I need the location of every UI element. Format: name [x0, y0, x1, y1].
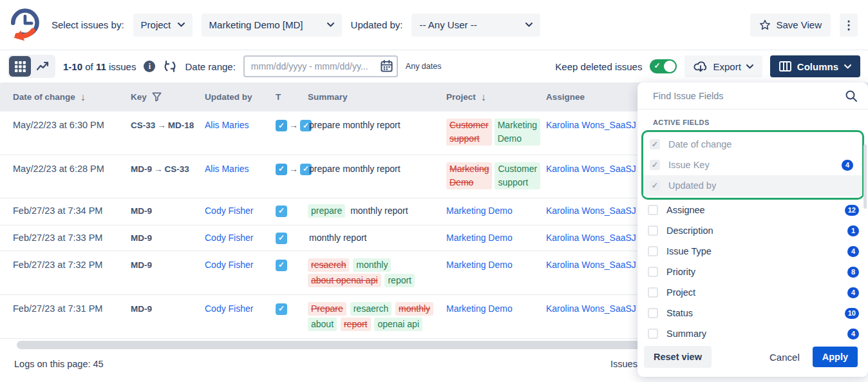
columns-panel: ACTIVE FIELDS ✓Date of change✓Issue Key4… — [637, 82, 868, 377]
columns-button[interactable]: Columns — [770, 55, 860, 77]
column-header-type[interactable]: T — [270, 82, 303, 111]
more-options-kebab-icon[interactable]: ⋮ — [840, 14, 858, 37]
field-item-assignee[interactable]: Assignee12 — [637, 200, 868, 220]
field-item-date-of-change[interactable]: ✓Date of change — [643, 134, 862, 155]
count-issues: issues — [109, 61, 137, 72]
assignee-link[interactable]: Karolina Wons_SaaSJ — [546, 303, 636, 314]
checked-checkbox-icon[interactable]: ✓ — [650, 160, 660, 170]
issue-type-cell: ✓ — [270, 251, 303, 294]
chart-view-button[interactable] — [32, 56, 54, 77]
issue-key-cell: MD-9 — [126, 225, 200, 251]
select-issues-by-label: Select issues by: — [52, 19, 124, 30]
field-item-issue-key[interactable]: ✓Issue Key4 — [643, 155, 862, 175]
chevron-down-icon — [178, 23, 185, 27]
updated-by-value: -- Any User -- — [419, 19, 476, 30]
app-window: Select issues by: Project Marketing Demo… — [0, 0, 868, 382]
column-header-summary[interactable]: Summary — [303, 82, 441, 111]
chevron-down-icon — [746, 64, 753, 69]
unchecked-checkbox[interactable] — [648, 267, 658, 277]
updated-by-cell: Cody Fisher — [200, 198, 270, 225]
apply-button[interactable]: Apply — [813, 347, 858, 367]
search-icon — [845, 90, 858, 102]
field-label: Date of change — [668, 139, 853, 149]
user-link[interactable]: Alis Maries — [205, 120, 249, 130]
project-link[interactable]: Marketing Demo — [446, 303, 513, 314]
assignee-link[interactable]: Karolina Wons_SaaSJ — [546, 233, 636, 243]
field-item-description[interactable]: Description1 — [637, 220, 868, 241]
field-label: Description — [666, 225, 839, 236]
unchecked-checkbox[interactable] — [648, 308, 658, 318]
unchecked-checkbox[interactable] — [648, 287, 658, 298]
field-count-badge: 4 — [847, 329, 859, 339]
keep-deleted-toggle[interactable]: ✓ — [650, 59, 677, 73]
grid-view-button[interactable] — [9, 56, 31, 77]
save-view-button[interactable]: Save View — [750, 14, 831, 37]
task-type-icon: ✓ — [276, 303, 287, 315]
info-icon[interactable]: i — [144, 61, 155, 72]
unchecked-checkbox[interactable] — [648, 205, 658, 215]
assignee-link[interactable]: Karolina Wons_SaaSJ — [546, 120, 636, 130]
reset-view-button[interactable]: Reset view — [644, 346, 712, 368]
app-logo-icon — [6, 6, 42, 44]
project-dropdown[interactable]: Marketing Demo [MD] — [202, 14, 342, 37]
date-of-change-cell: May/22/23 at 6:28 PM — [0, 155, 126, 198]
field-item-priority[interactable]: Priority8 — [637, 262, 868, 282]
added-value-chip: prepare — [308, 204, 345, 218]
assignee-link[interactable]: Karolina Wons_SaaSJ — [546, 260, 636, 270]
field-item-issue-type[interactable]: Issue Type4 — [637, 241, 868, 262]
project-link[interactable]: Marketing Demo — [446, 233, 513, 243]
export-label: Export — [713, 61, 741, 72]
issue-type-cell: ✓ — [270, 294, 303, 338]
sort-desc-icon[interactable]: ↓ — [80, 91, 86, 103]
checked-checkbox-icon[interactable]: ✓ — [650, 139, 660, 149]
field-item-status[interactable]: Status10 — [637, 303, 868, 323]
find-issue-fields-input[interactable] — [653, 91, 840, 101]
project-link[interactable]: Marketing Demo — [446, 205, 513, 216]
column-header-key[interactable]: Key — [126, 82, 200, 111]
column-header-project[interactable]: Project↓ — [441, 82, 541, 111]
field-label: Issue Key — [668, 160, 833, 170]
field-item-project[interactable]: Project4 — [637, 282, 868, 303]
task-type-icon: ✓ — [276, 205, 287, 217]
added-value-chip: resaerch — [350, 302, 392, 316]
filter-funnel-icon[interactable] — [152, 92, 162, 102]
checked-checkbox-icon[interactable]: ✓ — [650, 180, 660, 191]
date-range-input[interactable] — [243, 55, 398, 77]
sort-desc-icon[interactable]: ↓ — [481, 91, 486, 103]
chevron-down-icon — [844, 64, 851, 69]
issue-type-cell: ✓ — [270, 225, 303, 251]
issue-key-cell: MD-9 — [126, 294, 200, 338]
toggle-check-icon: ✓ — [654, 61, 660, 70]
project-link[interactable]: Marketing Demo — [446, 260, 513, 270]
filter-type-dropdown[interactable]: Project — [133, 14, 193, 37]
panel-footer: Reset view Cancel Apply — [637, 339, 868, 377]
unchecked-checkbox[interactable] — [648, 329, 658, 339]
updated-by-dropdown[interactable]: -- Any User -- — [411, 14, 540, 37]
keep-deleted-label: Keep deleted issues — [555, 61, 642, 72]
summary-cell: prepare monthly report — [303, 155, 441, 198]
calendar-icon[interactable] — [381, 60, 393, 72]
column-header-date-of-change[interactable]: Date of change↓ — [0, 82, 126, 111]
field-item-summary[interactable]: Summary4 — [637, 323, 868, 339]
field-item-updated-by[interactable]: ✓Updated by — [643, 175, 862, 196]
user-link[interactable]: Cody Fisher — [205, 205, 253, 216]
user-link[interactable]: Alis Maries — [205, 164, 249, 174]
refresh-button[interactable] — [163, 59, 177, 73]
user-link[interactable]: Cody Fisher — [205, 303, 253, 314]
panel-scrollbar[interactable] — [863, 144, 867, 209]
user-link[interactable]: Cody Fisher — [205, 260, 253, 270]
unchecked-checkbox[interactable] — [648, 225, 658, 236]
cancel-button[interactable]: Cancel — [769, 352, 800, 363]
user-link[interactable]: Cody Fisher — [205, 233, 253, 243]
summary-line: monthly report — [308, 231, 436, 245]
assignee-link[interactable]: Karolina Wons_SaaSJ — [546, 164, 636, 174]
assignee-link[interactable]: Karolina Wons_SaaSJ — [546, 205, 636, 216]
export-button[interactable]: Export — [684, 55, 762, 77]
field-label: Project — [666, 287, 839, 298]
column-header-updated-by[interactable]: Updated by — [200, 82, 270, 111]
unchecked-checkbox[interactable] — [648, 246, 658, 256]
date-range-field — [243, 55, 398, 77]
field-label: Updated by — [668, 180, 853, 191]
summary-line: about openai api report — [308, 274, 436, 289]
removed-value-chip: Marketing Demo — [446, 162, 492, 189]
